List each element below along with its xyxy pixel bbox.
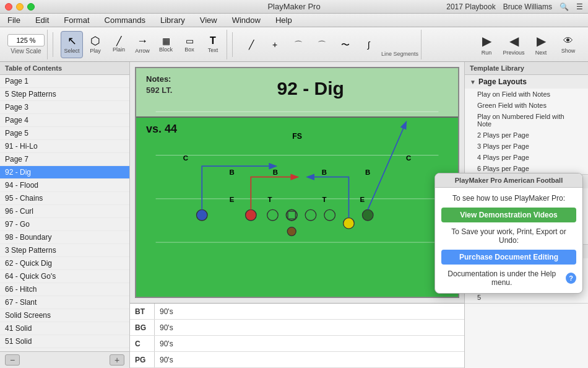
toc-item-curl[interactable]: 96 - Curl <box>0 205 129 218</box>
menu-window[interactable]: Window <box>230 14 263 26</box>
popup-text2: To Save your work, Print, Export or Undo… <box>441 227 576 245</box>
svg-point-15 <box>246 209 257 221</box>
notes-value-bg: 90's <box>155 323 464 332</box>
notes-label-bg: BG <box>130 320 155 335</box>
toc-item-quickdig[interactable]: 62 - Quick Dig <box>0 257 129 270</box>
select-tool[interactable]: ↖ Select <box>61 31 83 58</box>
toc-item-page5[interactable]: Page 5 <box>0 127 129 140</box>
notes-grid: BT 90's BG 90's C 90's PG 90's <box>130 303 464 368</box>
run-label: Run <box>482 50 492 56</box>
svg-point-21 <box>362 209 373 221</box>
field[interactable]: Notes: 592 LT. 92 - Dig vs. 44 FS <box>135 67 459 298</box>
help-button[interactable]: ? <box>566 273 576 284</box>
plain-label: Plain <box>113 46 125 53</box>
toc-item-page7[interactable]: Page 7 <box>0 153 129 166</box>
popup-help-row: Documentation is under the Help menu. ? <box>441 269 576 287</box>
toc-item-solidscreens[interactable]: Solid Screens <box>0 309 129 322</box>
play-tool[interactable]: ⬡ Play <box>84 31 106 58</box>
menu-library[interactable]: Library <box>158 14 188 26</box>
tpl-3plays[interactable]: 3 Plays per Page <box>465 141 588 152</box>
notes-value-c: 90's <box>155 340 464 348</box>
close-button[interactable] <box>5 3 12 11</box>
line-seg-2[interactable]: + <box>264 31 286 58</box>
toc-item-page3[interactable]: Page 3 <box>0 101 129 114</box>
toc-item-go[interactable]: 97 - Go <box>0 218 129 231</box>
minimize-button[interactable] <box>16 3 24 11</box>
svg-text:T: T <box>322 196 326 203</box>
next-button[interactable]: ▶ Next <box>529 31 553 58</box>
line-segment-group: ╱ + ⌒ ⌒ 〜 ∫ Line Segments <box>238 30 422 59</box>
line-seg-3[interactable]: ⌒ <box>287 31 309 58</box>
toc-item-chains[interactable]: 95 - Chains <box>0 192 129 205</box>
toc-list: Page 1 5 Step Patterns Page 3 Page 4 Pag… <box>0 75 129 351</box>
line-seg-1[interactable]: ╱ <box>240 31 262 58</box>
tpl-2plays[interactable]: 2 Plays per Page <box>465 129 588 141</box>
user-name: Bruce Williams <box>503 2 552 11</box>
section-page-layouts-header[interactable]: ▼ Page Layouts <box>465 75 588 89</box>
menu-help[interactable]: Help <box>273 14 295 26</box>
menu-icon[interactable]: ☰ <box>576 2 583 11</box>
menu-edit[interactable]: Edit <box>33 14 51 26</box>
title-bar: PlayMaker Pro 2017 Playbook Bruce Willia… <box>0 0 588 14</box>
text-tool[interactable]: T Text <box>202 31 224 58</box>
purchase-editing-button[interactable]: Purchase Document Editing <box>441 250 576 265</box>
svg-point-22 <box>196 209 207 221</box>
box-tool[interactable]: ▭ Box <box>178 31 201 58</box>
page-layouts-label: Page Layouts <box>478 77 527 86</box>
view-scale-input[interactable] <box>7 34 45 46</box>
toc-item-dig[interactable]: 92 - Dig <box>0 166 129 179</box>
run-button[interactable]: ▶ Run <box>474 31 499 58</box>
section-page-layouts: ▼ Page Layouts Play on Field with Notes … <box>465 75 588 175</box>
show-button[interactable]: 👁 Show <box>556 31 581 58</box>
line-seg-5[interactable]: 〜 <box>334 31 357 58</box>
play-area: Notes: 592 LT. 92 - Dig vs. 44 FS <box>130 62 464 368</box>
toc-minus-button[interactable]: − <box>5 354 20 366</box>
toc-item-hitch[interactable]: 66 - Hitch <box>0 283 129 296</box>
toc-item-quickgo[interactable]: 64 - Quick Go's <box>0 270 129 283</box>
text-icon: T <box>210 36 216 46</box>
block-tool[interactable]: ▦ Block <box>155 31 177 58</box>
toc-item-page4[interactable]: Page 4 <box>0 114 129 127</box>
play-icon: ⬡ <box>90 35 100 46</box>
toc-item-41solid[interactable]: 41 Solid <box>0 322 129 335</box>
toc-item-hilo[interactable]: 91 - Hi-Lo <box>0 140 129 153</box>
menu-view[interactable]: View <box>197 14 220 26</box>
svg-point-24 <box>287 227 296 236</box>
svg-text:E: E <box>360 196 365 203</box>
svg-rect-18 <box>288 211 295 219</box>
toc-item-3step[interactable]: 3 Step Patterns <box>0 244 129 257</box>
toc-plus-button[interactable]: + <box>110 354 124 366</box>
notes-row-bg: BG 90's <box>130 320 464 336</box>
plain-tool[interactable]: ╱ Plain <box>108 31 130 58</box>
toc-item-slant[interactable]: 67 - Slant <box>0 296 129 309</box>
menu-format[interactable]: Format <box>61 14 92 26</box>
menu-file[interactable]: File <box>5 14 23 26</box>
view-demo-button[interactable]: View Demonstration Videos <box>441 208 576 222</box>
toc-item-5step[interactable]: 5 Step Patterns <box>0 88 129 101</box>
toc-item-page1[interactable]: Page 1 <box>0 75 129 88</box>
toc-item-51solid[interactable]: 51 Solid <box>0 335 129 348</box>
svg-text:B: B <box>229 169 234 176</box>
tpl-numbered-field[interactable]: Play on Numbered Field with Note <box>465 111 588 129</box>
arrow-tool[interactable]: → Arrow <box>131 31 153 58</box>
tpl-play-on-field[interactable]: Play on Field with Notes <box>465 89 588 100</box>
fullscreen-button[interactable] <box>27 3 35 11</box>
toc-item-flood[interactable]: 94 - Flood <box>0 179 129 192</box>
popup-body: To see how to use PlayMaker Pro: View De… <box>435 188 582 293</box>
template-library-header: Template Library <box>465 62 588 75</box>
tpl-green-field[interactable]: Green Field with Notes <box>465 100 588 111</box>
tpl-4plays[interactable]: 4 Plays per Page <box>465 152 588 163</box>
toc-header: Table of Contents <box>0 62 129 75</box>
nav-group: ▶ Run ◀ Previous ▶ Next 👁 Show <box>472 31 583 58</box>
next-label: Next <box>535 50 547 56</box>
line-seg-4[interactable]: ⌒ <box>311 31 333 58</box>
previous-button[interactable]: ◀ Previous <box>501 31 526 58</box>
select-label: Select <box>64 48 79 54</box>
line-seg-6[interactable]: ∫ <box>358 31 380 58</box>
triangle-icon: ▼ <box>470 79 476 85</box>
toc-item-boundary[interactable]: 98 - Boundary <box>0 231 129 244</box>
menu-commands[interactable]: Commands <box>102 14 148 26</box>
search-icon[interactable]: 🔍 <box>560 2 569 11</box>
next-icon: ▶ <box>537 33 546 48</box>
app-name-label: PlayMaker Pro <box>267 2 320 11</box>
